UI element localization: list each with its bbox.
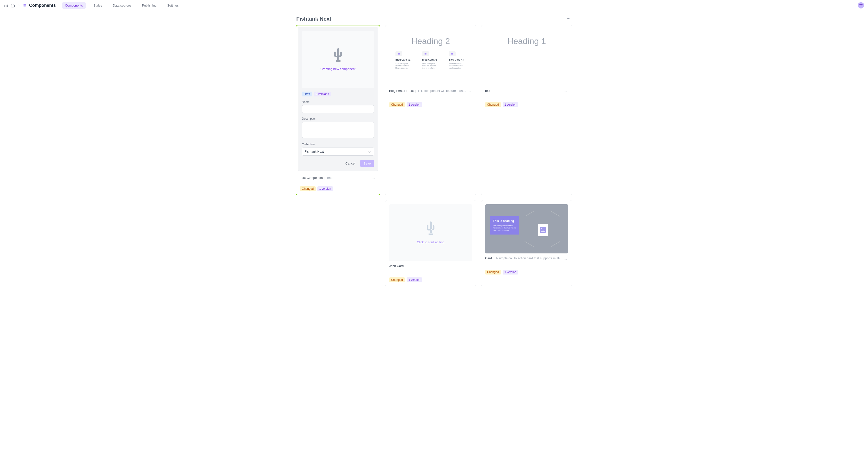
svg-point-20 [470,92,471,92]
card-name: John Card [389,264,404,268]
blog-title: Blog Card #2 [422,58,439,61]
tab-components[interactable]: Components [62,2,86,9]
svg-point-0 [4,4,5,4]
blog-title: Blog Card #1 [396,58,412,61]
card-more-icon[interactable] [562,89,568,96]
svg-point-19 [469,92,470,92]
cta-heading: This is heading [493,219,516,223]
chip-versions: 1 version [503,270,518,274]
blog-preview: Heading 2 Blog Card #1 Short description… [389,29,472,86]
svg-point-21 [564,92,564,92]
svg-point-25 [469,267,470,267]
svg-point-7 [6,6,6,7]
cta-text: This is sample content that we're using … [493,225,516,232]
component-grid: Creating new component Draft 0 versions … [296,25,572,287]
blog-desc: Short description about the featured blo… [422,63,439,69]
card-test[interactable]: Heading 1 test Changed 1 version [481,25,572,195]
svg-rect-17 [451,53,453,55]
svg-point-13 [373,178,374,179]
label-name: Name [302,100,374,104]
image-icon [449,52,456,56]
chip-changed: Changed [389,277,405,282]
svg-point-24 [468,267,468,267]
header-tabs: Components Styles Data sources Publishin… [62,2,182,9]
brand-icon [23,3,27,7]
svg-point-10 [568,18,569,19]
cancel-button[interactable]: Cancel [342,160,359,167]
preview-heading: Heading 1 [507,36,546,46]
card-name: Blog Feature Test [389,89,414,93]
image-icon [396,52,402,56]
app-header: Components Components Styles Data source… [0,0,868,11]
cactus-icon [333,48,343,62]
john-preview[interactable]: Click to start editing [389,204,472,261]
page-title: Fishtank Next [296,16,331,22]
home-icon[interactable] [11,3,15,7]
blog-desc: Short description about the featured blo… [449,63,466,69]
name-input[interactable] [302,105,374,113]
svg-point-12 [372,178,372,179]
chip-versions: 1 version [407,277,422,282]
chip-versions: 1 version [503,102,518,107]
card-more-icon[interactable] [370,176,376,183]
creating-label: Creating new component [320,67,356,71]
blog-row: Blog Card #1 Short description about the… [396,52,466,69]
svg-point-28 [565,259,566,260]
collection-select[interactable]: Fishtank Next [302,147,374,156]
card-more-icon[interactable] [466,89,472,96]
chip-changed: Changed [485,102,501,107]
card-blog-feature[interactable]: Heading 2 Blog Card #1 Short description… [385,25,476,195]
svg-point-2 [7,4,8,4]
svg-point-5 [7,5,8,6]
tab-data-sources[interactable]: Data sources [110,2,134,9]
save-button[interactable]: Save [360,160,374,167]
svg-rect-16 [425,53,427,55]
blog-title: Blog Card #3 [449,58,466,61]
svg-point-26 [470,267,471,267]
test-component-meta: Test Component | Test Changed 1 version [296,176,380,195]
svg-point-8 [7,6,8,7]
tab-styles[interactable]: Styles [91,2,105,9]
cta-preview: This is heading This is sample content t… [485,204,568,254]
header-left: Components Components Styles Data source… [4,2,182,9]
card-name: Card [485,256,492,260]
preview-heading: Heading 2 [411,36,450,46]
tab-publishing[interactable]: Publishing [139,2,159,9]
page-more-icon[interactable] [565,15,572,23]
avatar[interactable]: TT [858,2,864,8]
card-john[interactable]: Click to start editing John Card Changed… [385,200,476,287]
chip-versions: 0 versions [314,92,331,96]
svg-point-3 [4,5,5,6]
card-more-icon[interactable] [562,256,568,263]
svg-point-1 [6,4,6,4]
cactus-icon [426,222,436,236]
svg-point-23 [566,92,567,92]
card-new-component: Creating new component Draft 0 versions … [296,25,380,195]
svg-point-4 [6,5,6,6]
chip-changed: Changed [485,270,501,274]
page-header: Fishtank Next [296,15,572,23]
cta-box: This is heading This is sample content t… [490,216,519,235]
svg-point-29 [566,259,567,260]
image-icon [422,52,429,56]
brand-title: Components [29,3,56,8]
new-component-form: Creating new component Draft 0 versions … [298,27,378,171]
new-chips: Draft 0 versions [302,92,374,96]
apps-icon[interactable] [4,3,8,7]
label-collection: Collection [302,143,374,146]
card-more-icon[interactable] [466,264,472,271]
svg-point-27 [564,259,564,260]
chip-versions: 1 version [407,102,422,107]
tab-settings[interactable]: Settings [164,2,182,9]
chip-draft: Draft [302,92,312,96]
svg-point-22 [565,92,566,92]
svg-point-11 [569,18,570,19]
test-preview: Heading 1 [485,29,568,86]
card-desc: This component will feature Fisht... [417,89,466,93]
chevron-right-icon [18,4,20,7]
description-input[interactable] [302,122,374,138]
svg-point-6 [4,6,5,7]
svg-point-18 [468,92,468,92]
card-cta[interactable]: This is heading This is sample content t… [481,200,572,287]
image-placeholder-icon [538,224,548,236]
